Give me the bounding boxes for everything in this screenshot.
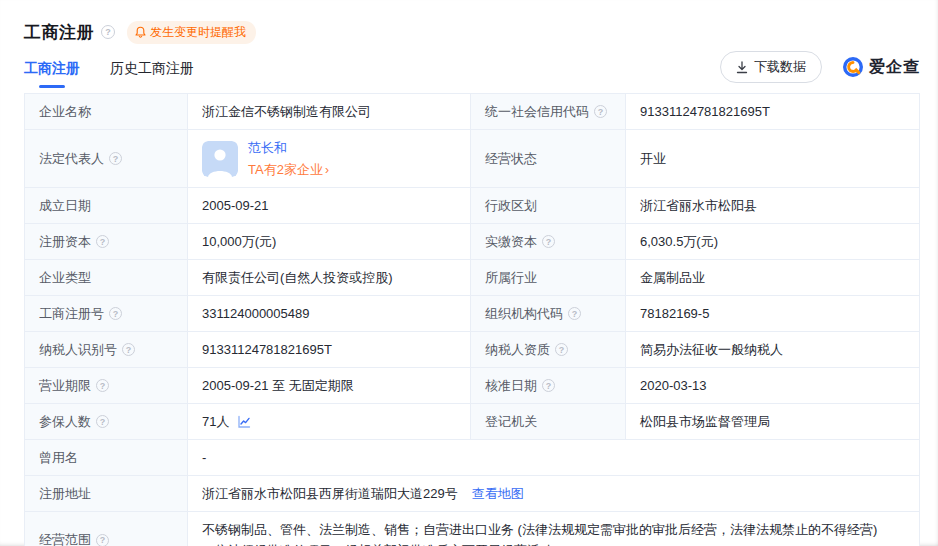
field-label-text: 成立日期 <box>39 197 91 215</box>
field-label: 注册资本 <box>25 224 188 260</box>
help-icon[interactable] <box>555 343 568 356</box>
legal-rep-companies-text: TA有2家企业 <box>248 159 323 180</box>
aiqicha-logo-icon <box>842 56 864 78</box>
download-label: 下载数据 <box>754 58 806 76</box>
help-icon[interactable] <box>594 105 607 118</box>
tabs-row: 工商注册 历史工商注册 下载数据 爱企查 <box>24 59 920 91</box>
field-value-text: 2005-09-21 <box>202 195 269 216</box>
field-value-text: 金属制品业 <box>640 267 705 288</box>
field-value-text: 6,030.5万(元) <box>640 231 718 252</box>
field-label-text: 企业名称 <box>39 103 91 121</box>
download-icon <box>736 61 748 74</box>
field-value-text: - <box>202 447 206 468</box>
download-data-button[interactable]: 下载数据 <box>720 51 822 83</box>
chevron-right-icon: › <box>325 164 329 176</box>
panel-header: 工商注册 发生变更时提醒我 工商注册 历史工商注册 <box>0 0 938 91</box>
view-map-link[interactable]: 查看地图 <box>472 483 524 504</box>
field-value: 71人 <box>188 404 471 440</box>
field-value: 不锈钢制品、管件、法兰制造、销售；自营进出口业务 (法律法规规定需审批的审批后经… <box>188 512 920 546</box>
field-label-text: 统一社会信用代码 <box>485 103 589 121</box>
bell-icon <box>135 26 146 38</box>
tab-business-registration[interactable]: 工商注册 <box>24 60 80 91</box>
help-icon[interactable] <box>109 152 122 165</box>
tab-history-registration[interactable]: 历史工商注册 <box>110 60 194 91</box>
field-label: 营业期限 <box>25 368 188 404</box>
field-label-text: 经营状态 <box>485 150 537 168</box>
field-label: 核准日期 <box>471 368 626 404</box>
field-label: 统一社会信用代码 <box>471 94 626 130</box>
field-label: 参保人数 <box>25 404 188 440</box>
title-row: 工商注册 发生变更时提醒我 <box>24 20 920 44</box>
field-value-text: 浙江省丽水市松阳县 <box>640 195 757 216</box>
field-label: 经营范围 <box>25 512 188 546</box>
field-value-text: 91331124781821695T <box>640 101 770 122</box>
business-registration-panel: 工商注册 发生变更时提醒我 工商注册 历史工商注册 <box>0 0 938 546</box>
field-label-text: 企业类型 <box>39 269 91 287</box>
field-label-text: 行政区划 <box>485 197 537 215</box>
field-label: 纳税人资质 <box>471 332 626 368</box>
field-value: 开业 <box>626 130 920 188</box>
field-label: 组织机构代码 <box>471 296 626 332</box>
field-value-text: 2005-09-21 至 无固定期限 <box>202 375 354 396</box>
help-icon[interactable] <box>122 343 135 356</box>
field-label: 经营状态 <box>471 130 626 188</box>
field-value: 范长和TA有2家企业› <box>188 130 471 188</box>
field-value: 331124000005489 <box>188 296 471 332</box>
field-label-text: 组织机构代码 <box>485 305 563 323</box>
field-label: 企业类型 <box>25 260 188 296</box>
field-value-text: 简易办法征收一般纳税人 <box>640 339 783 360</box>
help-icon[interactable] <box>101 25 115 39</box>
field-label: 注册地址 <box>25 476 188 512</box>
avatar[interactable] <box>202 141 238 177</box>
field-value: - <box>188 440 920 476</box>
field-label-text: 注册地址 <box>39 485 91 503</box>
help-icon[interactable] <box>96 415 109 428</box>
field-label-text: 参保人数 <box>39 413 91 431</box>
legal-rep-name-link[interactable]: 范长和 <box>248 137 329 158</box>
help-icon[interactable] <box>109 307 122 320</box>
legal-rep-companies-link[interactable]: TA有2家企业› <box>248 159 329 180</box>
field-label: 纳税人识别号 <box>25 332 188 368</box>
field-value-text: 开业 <box>640 148 666 169</box>
field-value-text: 不锈钢制品、管件、法兰制造、销售；自营进出口业务 (法律法规规定需审批的审批后经… <box>202 519 905 546</box>
field-value: 浙江金信不锈钢制造有限公司 <box>188 94 471 130</box>
field-label-text: 核准日期 <box>485 377 537 395</box>
field-value: 浙江省丽水市松阳县 <box>626 188 920 224</box>
legal-rep-info: 范长和TA有2家企业› <box>248 137 329 180</box>
field-label-text: 法定代表人 <box>39 150 104 168</box>
page-title: 工商注册 <box>24 21 94 44</box>
field-value-text: 331124000005489 <box>202 303 310 324</box>
aiqicha-logo-text: 爱企查 <box>869 57 920 78</box>
legal-representative: 范长和TA有2家企业› <box>202 137 329 180</box>
field-label: 所属行业 <box>471 260 626 296</box>
field-value: 浙江省丽水市松阳县西屏街道瑞阳大道229号查看地图 <box>188 476 920 512</box>
field-value: 6,030.5万(元) <box>626 224 920 260</box>
aiqicha-logo[interactable]: 爱企查 <box>842 56 920 78</box>
help-icon[interactable] <box>96 235 109 248</box>
field-value: 91331124781821695T <box>188 332 471 368</box>
help-icon[interactable] <box>96 379 109 392</box>
field-label-text: 纳税人识别号 <box>39 341 117 359</box>
registration-info-table: 企业名称浙江金信不锈钢制造有限公司统一社会信用代码913311247818216… <box>24 93 920 546</box>
trend-chart-icon[interactable] <box>237 415 251 429</box>
field-label-text: 工商注册号 <box>39 305 104 323</box>
field-value: 有限责任公司(自然人投资或控股) <box>188 260 471 296</box>
field-value: 2005-09-21 至 无固定期限 <box>188 368 471 404</box>
field-label: 法定代表人 <box>25 130 188 188</box>
help-icon[interactable] <box>96 534 109 546</box>
field-label: 成立日期 <box>25 188 188 224</box>
field-value: 简易办法征收一般纳税人 <box>626 332 920 368</box>
field-label-text: 实缴资本 <box>485 233 537 251</box>
field-value-text: 2020-03-13 <box>640 375 707 396</box>
field-label-text: 曾用名 <box>39 449 78 467</box>
help-icon[interactable] <box>542 379 555 392</box>
insured-count-text: 71人 <box>202 411 229 432</box>
help-icon[interactable] <box>542 235 555 248</box>
field-value-text: 78182169-5 <box>640 303 709 324</box>
field-label-text: 纳税人资质 <box>485 341 550 359</box>
field-value-text: 松阳县市场监督管理局 <box>640 411 770 432</box>
help-icon[interactable] <box>568 307 581 320</box>
change-reminder-badge[interactable]: 发生变更时提醒我 <box>127 21 256 44</box>
field-label: 实缴资本 <box>471 224 626 260</box>
field-value-text: 浙江金信不锈钢制造有限公司 <box>202 101 371 122</box>
